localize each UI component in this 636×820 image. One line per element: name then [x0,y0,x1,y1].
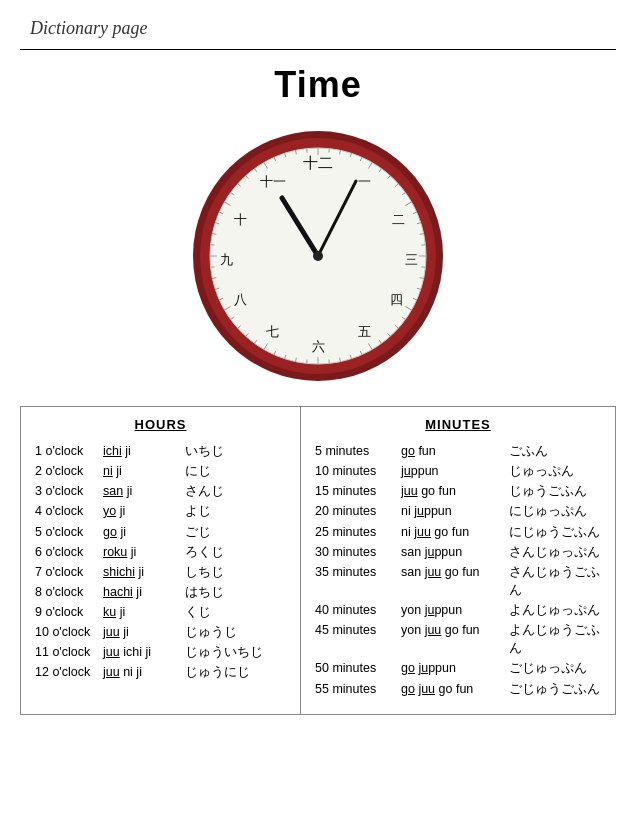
minutes-row: 5 minutesgo funごふん [315,442,601,460]
svg-text:二: 二 [392,212,405,227]
minutes-label: 15 minutes [315,482,401,500]
hours-romaji: roku ji [103,543,185,561]
minutes-kana: さんじゅうごふん [509,563,601,599]
hours-oclock-label: 2 o'clock [35,462,103,480]
minutes-row: 35 minutessan juu go funさんじゅうごふん [315,563,601,599]
minutes-romaji: go juppun [401,659,509,677]
minutes-kana: ごじゅっぷん [509,659,587,677]
svg-point-78 [313,251,323,261]
minutes-romaji: go juu go fun [401,680,509,698]
hours-romaji: ku ji [103,603,185,621]
minutes-label: 30 minutes [315,543,401,561]
hours-row: 12 o'clockjuu ni jiじゅうにじ [35,663,286,681]
hours-oclock-label: 11 o'clock [35,643,103,661]
svg-text:一: 一 [358,174,371,189]
minutes-label: 35 minutes [315,563,401,581]
hours-row: 1 o'clockichi jiいちじ [35,442,286,460]
hours-romaji: yo ji [103,502,185,520]
minutes-table: MINUTES 5 minutesgo funごふん10 minutesjupp… [301,407,615,714]
hours-romaji: hachi ji [103,583,185,601]
hours-kana: さんじ [185,482,224,500]
hours-heading: HOURS [35,417,286,432]
hours-kana: じゅうじ [185,623,237,641]
hours-oclock-label: 8 o'clock [35,583,103,601]
page-header: Dictionary page [0,0,636,45]
hours-oclock-label: 10 o'clock [35,623,103,641]
minutes-kana: じゅうごふん [509,482,587,500]
minutes-kana: ごじゅうごふん [509,680,600,698]
hours-row: 9 o'clockku jiくじ [35,603,286,621]
hours-row: 11 o'clockjuu ichi jiじゅういちじ [35,643,286,661]
clock-image: 十二 一 二 三 四 五 六 七 八 九 十 十一 [188,126,448,386]
minutes-kana: よんじゅうごふん [509,621,601,657]
hours-romaji: ichi ji [103,442,185,460]
hours-kana: はちじ [185,583,224,601]
minutes-romaji: juu go fun [401,482,509,500]
minutes-row: 40 minutesyon juppunよんじゅっぷん [315,601,601,619]
hours-kana: じゅういちじ [185,643,263,661]
svg-text:六: 六 [312,339,325,354]
hours-romaji: juu ni ji [103,663,185,681]
minutes-romaji: juppun [401,462,509,480]
hours-oclock-label: 3 o'clock [35,482,103,500]
minutes-label: 10 minutes [315,462,401,480]
hours-oclock-label: 1 o'clock [35,442,103,460]
minutes-kana: よんじゅっぷん [509,601,600,619]
hours-kana: よじ [185,502,211,520]
hours-kana: ごじ [185,523,211,541]
svg-text:四: 四 [390,292,403,307]
hours-romaji: go ji [103,523,185,541]
hours-row: 3 o'clocksan jiさんじ [35,482,286,500]
hours-row: 8 o'clockhachi jiはちじ [35,583,286,601]
hours-table: HOURS 1 o'clockichi jiいちじ2 o'clockni jiに… [21,407,301,714]
svg-text:七: 七 [266,324,279,339]
minutes-heading: MINUTES [315,417,601,432]
svg-text:十一: 十一 [260,174,286,189]
hours-kana: じゅうにじ [185,663,250,681]
hours-kana: にじ [185,462,211,480]
hours-oclock-label: 7 o'clock [35,563,103,581]
hours-romaji: san ji [103,482,185,500]
minutes-label: 5 minutes [315,442,401,460]
minutes-row: 30 minutessan juppunさんじゅっぷん [315,543,601,561]
dictionary-label: Dictionary page [30,18,606,39]
page-title: Time [0,64,636,106]
header-divider [20,49,616,50]
svg-text:五: 五 [358,324,371,339]
hours-romaji: juu ji [103,623,185,641]
minutes-kana: にじゅうごふん [509,523,600,541]
minutes-rows: 5 minutesgo funごふん10 minutesjuppunじゅっぷん1… [315,442,601,698]
svg-text:十: 十 [234,212,247,227]
minutes-romaji: san juu go fun [401,563,509,581]
minutes-row: 25 minutesni juu go funにじゅうごふん [315,523,601,541]
hours-kana: しちじ [185,563,224,581]
svg-text:十二: 十二 [303,155,333,171]
tables-section: HOURS 1 o'clockichi jiいちじ2 o'clockni jiに… [20,406,616,715]
hours-row: 10 o'clockjuu jiじゅうじ [35,623,286,641]
hours-rows: 1 o'clockichi jiいちじ2 o'clockni jiにじ3 o'c… [35,442,286,682]
hours-oclock-label: 6 o'clock [35,543,103,561]
hours-kana: いちじ [185,442,224,460]
hours-row: 6 o'clockroku jiろくじ [35,543,286,561]
minutes-romaji: ni juu go fun [401,523,509,541]
minutes-label: 40 minutes [315,601,401,619]
svg-text:九: 九 [220,252,233,267]
minutes-row: 10 minutesjuppunじゅっぷん [315,462,601,480]
minutes-kana: じゅっぷん [509,462,574,480]
minutes-row: 45 minutesyon juu go funよんじゅうごふん [315,621,601,657]
hours-romaji: ni ji [103,462,185,480]
hours-romaji: shichi ji [103,563,185,581]
hours-oclock-label: 12 o'clock [35,663,103,681]
hours-kana: くじ [185,603,211,621]
hours-oclock-label: 9 o'clock [35,603,103,621]
minutes-row: 15 minutesjuu go funじゅうごふん [315,482,601,500]
hours-romaji: juu ichi ji [103,643,185,661]
minutes-label: 50 minutes [315,659,401,677]
minutes-kana: にじゅっぷん [509,502,587,520]
hours-oclock-label: 4 o'clock [35,502,103,520]
hours-row: 2 o'clockni jiにじ [35,462,286,480]
minutes-label: 25 minutes [315,523,401,541]
hours-kana: ろくじ [185,543,224,561]
minutes-row: 50 minutesgo juppunごじゅっぷん [315,659,601,677]
hours-row: 5 o'clockgo jiごじ [35,523,286,541]
